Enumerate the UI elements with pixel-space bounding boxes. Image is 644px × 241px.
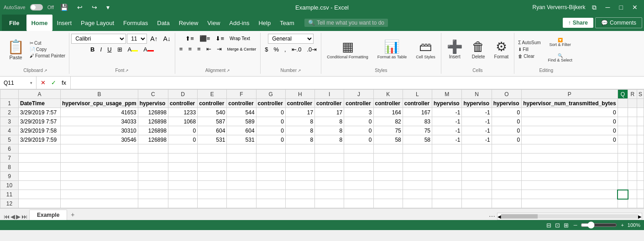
table-cell[interactable]: -1 — [432, 117, 462, 126]
font-size-select[interactable]: 11 — [127, 34, 147, 44]
table-cell[interactable]: 3/29/2019 7:58 — [19, 126, 61, 135]
table-cell[interactable] — [61, 199, 138, 208]
format-button[interactable]: ⚙ Format — [491, 34, 513, 65]
table-cell[interactable] — [168, 144, 197, 154]
table-cell[interactable] — [637, 108, 644, 117]
table-cell[interactable] — [403, 154, 432, 163]
table-cell[interactable]: 126898 — [138, 117, 168, 126]
col-header-f[interactable]: F — [227, 90, 256, 99]
table-cell[interactable]: hyperviso — [492, 99, 521, 108]
cell-styles-button[interactable]: 🗃 Cell Styles — [412, 34, 439, 65]
table-cell[interactable] — [618, 172, 628, 181]
table-cell[interactable]: 3/29/2019 7:57 — [19, 117, 61, 126]
table-cell[interactable]: -1 — [462, 117, 492, 126]
table-cell[interactable]: 0 — [492, 126, 521, 135]
table-cell[interactable] — [618, 144, 628, 154]
table-cell[interactable]: -1 — [432, 135, 462, 144]
table-cell[interactable] — [285, 190, 314, 199]
table-cell[interactable] — [373, 181, 403, 190]
table-cell[interactable] — [19, 144, 61, 154]
table-cell[interactable]: hyperviso — [432, 99, 462, 108]
table-cell[interactable] — [285, 144, 314, 154]
table-cell[interactable] — [285, 199, 314, 208]
col-header-q[interactable]: Q — [618, 90, 628, 99]
align-middle-button[interactable]: ⬛≡ — [197, 34, 213, 43]
table-cell[interactable] — [403, 190, 432, 199]
table-cell[interactable] — [61, 163, 138, 172]
col-header-c[interactable]: C — [138, 90, 168, 99]
table-cell[interactable] — [618, 108, 628, 117]
scroll-right-button[interactable]: ▶ — [638, 214, 642, 219]
table-cell[interactable] — [285, 181, 314, 190]
table-cell[interactable] — [637, 126, 644, 135]
table-cell[interactable]: 0 — [256, 108, 285, 117]
table-cell[interactable] — [138, 199, 168, 208]
table-cell[interactable] — [285, 163, 314, 172]
underline-button[interactable]: U — [105, 45, 114, 54]
table-cell[interactable] — [462, 144, 492, 154]
table-cell[interactable]: controller — [227, 99, 256, 108]
table-cell[interactable] — [256, 181, 285, 190]
confirm-formula-button[interactable]: ✓ — [49, 78, 58, 87]
table-cell[interactable] — [462, 181, 492, 190]
decrease-decimal-button[interactable]: ⇤.0 — [289, 45, 304, 54]
border-button[interactable]: ⊞ — [115, 45, 125, 54]
italic-button[interactable]: I — [98, 45, 105, 54]
table-cell[interactable]: 126898 — [138, 135, 168, 144]
font-name-select[interactable]: Calibri — [71, 34, 126, 44]
table-cell[interactable] — [168, 172, 197, 181]
table-cell[interactable]: controller — [256, 99, 285, 108]
table-cell[interactable]: 0 — [522, 126, 618, 135]
row-number[interactable]: 2 — [0, 108, 19, 117]
normal-view-button[interactable]: ⊟ — [545, 221, 553, 229]
table-cell[interactable] — [628, 181, 637, 190]
autosave-toggle[interactable] — [30, 4, 43, 10]
table-cell[interactable]: 17 — [315, 108, 344, 117]
align-right-button[interactable]: ≡ — [195, 44, 203, 54]
table-cell[interactable]: 164 — [373, 108, 403, 117]
table-cell[interactable] — [492, 172, 521, 181]
format-as-table-button[interactable]: 📊 Format as Table — [374, 34, 410, 65]
table-cell[interactable] — [637, 154, 644, 163]
table-cell[interactable] — [637, 99, 644, 108]
table-cell[interactable] — [432, 163, 462, 172]
merge-center-button[interactable]: Merge & Center — [225, 46, 259, 53]
table-cell[interactable]: 167 — [403, 108, 432, 117]
share-button[interactable]: ↑ Share — [563, 18, 593, 28]
menu-item-review[interactable]: Review — [174, 15, 203, 31]
row-number[interactable]: 10 — [0, 181, 19, 190]
table-cell[interactable] — [628, 190, 637, 199]
sheet-area[interactable]: A B C D E F G H I J K L M N O P Q — [0, 89, 644, 208]
table-cell[interactable] — [432, 154, 462, 163]
insert-button[interactable]: ➕ Insert — [443, 34, 466, 65]
table-cell[interactable] — [315, 144, 344, 154]
table-cell[interactable] — [198, 144, 227, 154]
table-cell[interactable]: 82 — [373, 117, 403, 126]
table-cell[interactable]: 587 — [198, 117, 227, 126]
table-cell[interactable]: 531 — [227, 135, 256, 144]
horizontal-scrollbar[interactable]: ◀ ▶ — [497, 213, 642, 220]
table-cell[interactable]: 8 — [315, 117, 344, 126]
table-cell[interactable] — [373, 163, 403, 172]
menu-item-help[interactable]: Help — [254, 15, 275, 31]
table-cell[interactable] — [628, 144, 637, 154]
number-format-select[interactable]: General — [268, 34, 314, 44]
table-cell[interactable] — [432, 199, 462, 208]
table-cell[interactable] — [618, 190, 628, 199]
close-button[interactable]: ✕ — [629, 3, 640, 12]
table-cell[interactable]: controller — [285, 99, 314, 108]
table-cell[interactable]: 17 — [285, 108, 314, 117]
table-cell[interactable]: -1 — [462, 126, 492, 135]
col-header-i[interactable]: I — [315, 90, 344, 99]
align-left-button[interactable]: ≡ — [177, 44, 185, 54]
menu-item-view[interactable]: View — [203, 15, 225, 31]
decrease-font-button[interactable]: A↓ — [161, 34, 173, 44]
table-cell[interactable] — [256, 190, 285, 199]
table-cell[interactable] — [628, 108, 637, 117]
table-cell[interactable] — [637, 172, 644, 181]
table-cell[interactable] — [522, 181, 618, 190]
table-cell[interactable] — [462, 172, 492, 181]
scroll-left-button[interactable]: ◀ — [497, 214, 501, 219]
table-cell[interactable] — [637, 135, 644, 144]
table-cell[interactable] — [628, 117, 637, 126]
